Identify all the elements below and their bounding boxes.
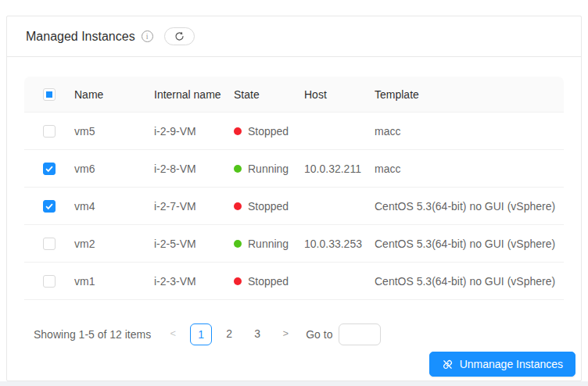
page-number[interactable]: 3 — [246, 323, 268, 345]
row-checkbox[interactable] — [43, 238, 56, 250]
row-checkbox[interactable] — [43, 200, 56, 213]
state-label: Running — [248, 238, 289, 250]
internal-name-cell: i-2-7-VM — [154, 200, 234, 213]
state-label: Stopped — [248, 275, 289, 288]
pagination-summary: Showing 1-5 of 12 items — [34, 328, 151, 341]
row-checkbox[interactable] — [43, 163, 56, 175]
template-cell: CentOS 5.3(64-bit) no GUI (vSphere) — [375, 238, 564, 250]
card-body: Name Internal name State Host Template v… — [7, 57, 581, 345]
table-row: vm5 i-2-9-VM Stopped macc — [24, 113, 564, 150]
name-cell: vm5 — [74, 125, 154, 138]
template-cell: CentOS 5.3(64-bit) no GUI (vSphere) — [375, 200, 564, 213]
name-cell: vm1 — [74, 275, 154, 288]
internal-name-cell: i-2-8-VM — [154, 163, 234, 175]
managed-instances-card: Managed Instances i Name Internal name — [6, 16, 582, 381]
state-cell: Stopped — [234, 200, 304, 213]
check-icon — [44, 201, 55, 212]
state-label: Stopped — [248, 125, 289, 138]
state-label: Running — [248, 163, 289, 175]
page-number[interactable]: 1 — [190, 323, 212, 345]
state-cell: Running — [234, 238, 304, 250]
state-dot — [234, 277, 242, 285]
internal-name-cell: i-2-9-VM — [154, 125, 234, 138]
refresh-button[interactable] — [164, 27, 195, 45]
table-row: vm1 i-2-3-VM Stopped CentOS 5.3(64-bit) … — [24, 263, 564, 300]
table-header-row: Name Internal name State Host Template — [24, 77, 564, 113]
table-row: vm6 i-2-8-VM Running 10.0.32.211 macc — [24, 150, 564, 188]
column-header-template: Template — [375, 88, 564, 101]
column-header-name: Name — [74, 88, 154, 101]
unmanage-instances-button[interactable]: Unmanage Instances — [429, 352, 575, 377]
unmanage-button-label: Unmanage Instances — [460, 358, 563, 370]
card-header: Managed Instances i — [7, 16, 581, 57]
refresh-icon — [174, 30, 185, 42]
host-cell: 10.0.33.253 — [304, 238, 375, 250]
select-all-checkbox[interactable] — [43, 88, 56, 101]
state-dot — [234, 240, 242, 248]
prev-page-button[interactable]: < — [162, 323, 184, 345]
page-number[interactable]: 2 — [218, 323, 240, 345]
instances-table: Name Internal name State Host Template v… — [24, 77, 564, 300]
state-dot — [234, 127, 242, 135]
state-cell: Stopped — [234, 125, 304, 138]
pagination: Showing 1-5 of 12 items < 1 2 3 > Go to — [34, 323, 564, 345]
host-cell: 10.0.32.211 — [304, 163, 375, 175]
disconnect-icon — [442, 359, 454, 370]
state-dot — [234, 165, 242, 173]
next-page-button[interactable]: > — [274, 323, 296, 345]
state-cell: Running — [234, 163, 304, 175]
info-icon[interactable]: i — [142, 30, 153, 42]
row-checkbox[interactable] — [43, 275, 56, 288]
table-row: vm2 i-2-5-VM Running 10.0.33.253 CentOS … — [24, 225, 564, 263]
state-label: Stopped — [248, 200, 289, 213]
internal-name-cell: i-2-3-VM — [154, 275, 234, 288]
column-header-state: State — [234, 88, 304, 101]
internal-name-cell: i-2-5-VM — [154, 238, 234, 250]
page-background-strip — [0, 381, 588, 386]
page-title: Managed Instances — [26, 30, 135, 44]
state-dot — [234, 202, 242, 210]
column-header-internal-name: Internal name — [154, 88, 234, 101]
indeterminate-mark-icon — [46, 91, 52, 98]
row-checkbox[interactable] — [43, 125, 56, 138]
header-cell-checkbox — [24, 88, 74, 101]
goto-page-input[interactable] — [339, 323, 381, 345]
name-cell: vm6 — [74, 163, 154, 175]
template-cell: macc — [375, 125, 564, 138]
state-cell: Stopped — [234, 275, 304, 288]
column-header-host: Host — [304, 88, 375, 101]
table-row: vm4 i-2-7-VM Stopped CentOS 5.3(64-bit) … — [24, 188, 564, 225]
template-cell: macc — [375, 163, 564, 175]
name-cell: vm4 — [74, 200, 154, 213]
template-cell: CentOS 5.3(64-bit) no GUI (vSphere) — [375, 275, 564, 288]
check-icon — [44, 163, 55, 174]
name-cell: vm2 — [74, 238, 154, 250]
goto-label: Go to — [306, 328, 332, 341]
